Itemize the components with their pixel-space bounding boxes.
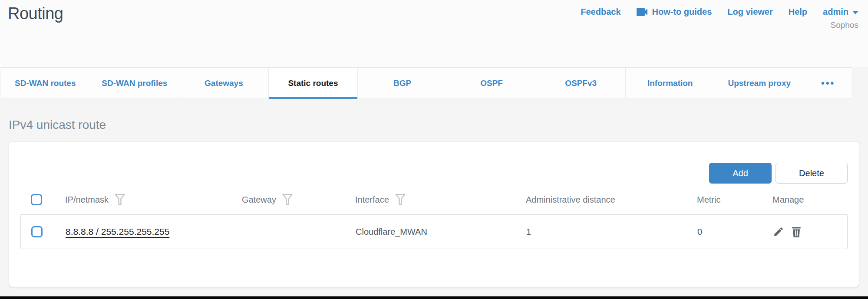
tab-label: Gateways — [205, 79, 243, 88]
log-viewer-link-label: Log viewer — [727, 7, 772, 17]
brand-label: Sophos — [831, 20, 858, 30]
howto-guides-link[interactable]: How-to guides — [637, 7, 712, 17]
section-title: IPv4 unicast route — [9, 99, 859, 132]
column-header-admin-distance: Administrative distance — [526, 195, 615, 205]
screen-bottom-edge — [0, 296, 868, 299]
tab-ospfv3[interactable]: OSPFv3 — [536, 68, 626, 99]
page-title: Routing — [8, 4, 63, 67]
user-menu[interactable]: admin — [823, 7, 858, 17]
table-header-row: IP/netmask Gateway Interface Administrat… — [20, 194, 848, 206]
route-ip-netmask-link[interactable]: 8.8.8.8 / 255.255.255.255 — [66, 227, 169, 237]
utility-nav: Feedback How-to guides Log viewer Help a… — [581, 7, 858, 67]
tab-gateways[interactable]: Gateways — [179, 68, 269, 99]
tab-sd-wan-profiles[interactable]: SD-WAN profiles — [90, 68, 180, 99]
filter-icon[interactable] — [395, 194, 406, 206]
cell-metric: 0 — [697, 227, 773, 237]
cell-manage — [773, 226, 847, 238]
tab-label: OSPFv3 — [565, 79, 597, 88]
column-header-gateway: Gateway — [242, 195, 276, 205]
tab-information[interactable]: Information — [626, 68, 715, 99]
content-area: IPv4 unicast route Add Delete IP/netmask… — [0, 99, 868, 296]
log-viewer-link[interactable]: Log viewer — [727, 7, 772, 17]
help-link[interactable]: Help — [789, 7, 807, 17]
delete-trash-icon[interactable] — [791, 226, 802, 238]
filter-icon[interactable] — [115, 194, 125, 206]
tab-label: Static routes — [288, 79, 338, 88]
feedback-link-label: Feedback — [581, 7, 620, 17]
tab-upstream-proxy[interactable]: Upstream proxy — [715, 68, 805, 99]
howto-guides-link-label: How-to guides — [652, 7, 712, 17]
help-link-label: Help — [789, 7, 807, 17]
cell-admin-distance: 1 — [526, 227, 697, 237]
tab-label: SD-WAN profiles — [102, 79, 167, 88]
tab-static-routes[interactable]: Static routes — [269, 68, 358, 99]
tab-label: OSPF — [480, 79, 503, 88]
chevron-down-icon — [852, 11, 858, 14]
column-header-ip-netmask: IP/netmask — [65, 195, 109, 205]
tab-bgp[interactable]: BGP — [358, 68, 447, 99]
tab-label: Information — [647, 79, 693, 88]
tab-sd-wan-routes[interactable]: SD-WAN routes — [1, 68, 90, 99]
edit-pencil-icon[interactable] — [773, 226, 784, 237]
cell-interface: Cloudflare_MWAN — [356, 227, 526, 237]
video-camera-icon — [637, 8, 648, 16]
delete-button[interactable]: Delete — [776, 163, 848, 184]
tab-label: Upstream proxy — [728, 79, 791, 88]
ipv4-unicast-route-card: Add Delete IP/netmask Gateway Interface — [9, 141, 859, 287]
tab-bar: SD-WAN routes SD-WAN profiles Gateways S… — [1, 67, 852, 99]
tab-label: SD-WAN routes — [15, 79, 76, 88]
page-header: Routing Feedback How-to guides Log viewe… — [0, 0, 868, 67]
filter-icon[interactable] — [282, 194, 293, 206]
user-menu-label: admin — [823, 7, 848, 17]
column-header-interface: Interface — [355, 195, 389, 205]
tab-ospf[interactable]: OSPF — [447, 68, 537, 99]
table-row: 8.8.8.8 / 255.255.255.255 Cloudflare_MWA… — [20, 214, 848, 249]
column-header-manage: Manage — [772, 195, 804, 205]
tab-label: BGP — [393, 79, 411, 88]
more-dots-icon: ••• — [821, 78, 835, 89]
select-all-checkbox[interactable] — [31, 194, 42, 205]
feedback-link[interactable]: Feedback — [581, 7, 620, 17]
table-toolbar: Add Delete — [20, 141, 848, 184]
column-header-metric: Metric — [697, 195, 720, 205]
add-button[interactable]: Add — [709, 163, 772, 184]
row-checkbox[interactable] — [31, 226, 43, 237]
tabs-overflow-button[interactable]: ••• — [804, 68, 852, 99]
